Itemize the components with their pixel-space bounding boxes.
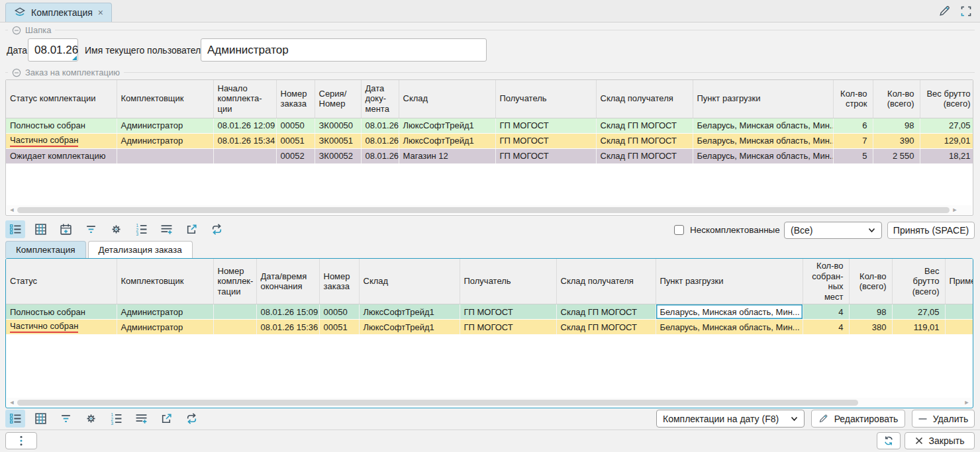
cell[interactable]: [213, 320, 256, 335]
close-button[interactable]: Закрыть: [905, 432, 975, 449]
cell[interactable]: 08.01.26 15:09: [256, 304, 319, 320]
settings-gear-button[interactable]: [106, 220, 126, 238]
cell[interactable]: 08.01.26 12:09: [213, 118, 276, 133]
column-header[interactable]: Примечание: [945, 259, 973, 304]
column-header[interactable]: Вес брутто (всего): [892, 259, 945, 304]
cell[interactable]: 00050: [276, 118, 315, 133]
column-header[interactable]: Начало комплекта-ции: [213, 80, 276, 118]
cell[interactable]: Склад ГП МОГОСТ: [596, 133, 693, 148]
list-view-button[interactable]: [5, 220, 25, 238]
cell[interactable]: Администратор: [117, 133, 213, 148]
cell[interactable]: 4: [803, 320, 849, 335]
cell[interactable]: Беларусь, Минская область, Мин...: [656, 320, 803, 335]
open-external-button[interactable]: [181, 220, 201, 238]
cell[interactable]: 98: [873, 118, 920, 133]
settings-gear-button[interactable]: [81, 410, 101, 428]
column-header[interactable]: Кол-во (всего): [849, 259, 892, 304]
cell[interactable]: Склад ГП МОГОСТ: [596, 148, 693, 163]
column-header[interactable]: Получатель: [460, 259, 556, 304]
column-header[interactable]: Кол-во строк: [833, 80, 873, 118]
cell[interactable]: 7: [833, 133, 873, 148]
cell[interactable]: Беларусь, Минская область, Мин...: [693, 118, 833, 133]
table-row[interactable]: Частично собранАдминистратор08.01.26 15:…: [6, 133, 973, 148]
uncompleted-checkbox-label[interactable]: Нескомплектованные: [690, 225, 780, 235]
column-header[interactable]: Статус: [6, 259, 117, 304]
column-header[interactable]: Склад получателя: [556, 259, 656, 304]
cell[interactable]: Администратор: [117, 320, 213, 335]
add-row-button[interactable]: [156, 220, 176, 238]
cell[interactable]: 119,01: [892, 320, 945, 335]
column-header[interactable]: Пункт разгрузки: [656, 259, 803, 304]
cell[interactable]: 390: [873, 133, 920, 148]
column-header[interactable]: Статус комплектации: [6, 80, 117, 118]
uncompleted-checkbox[interactable]: [674, 225, 684, 235]
cell[interactable]: ЛюксСофтТрейд1: [399, 118, 495, 133]
cell[interactable]: ЛюксСофтТрейд1: [359, 320, 460, 335]
column-header[interactable]: Склад: [399, 80, 495, 118]
open-external-button[interactable]: [156, 410, 176, 428]
column-header[interactable]: Серия/ Номер: [315, 80, 361, 118]
cell[interactable]: ГП МОГОСТ: [460, 320, 556, 335]
date-input[interactable]: 08.01.26: [28, 38, 78, 62]
table-row[interactable]: Ожидает комплектацию00052ЗК0005208.01.26…: [6, 148, 973, 163]
mode-select[interactable]: Комплектации на дату (F8): [656, 410, 805, 428]
cell[interactable]: 00051: [319, 320, 359, 335]
grid-view-button[interactable]: [30, 410, 50, 428]
calendar-add-button[interactable]: [56, 220, 75, 238]
cell[interactable]: [945, 304, 973, 320]
cell[interactable]: [945, 320, 973, 335]
cell[interactable]: ГП МОГОСТ: [495, 133, 596, 148]
table-row[interactable]: Полностью собранАдминистратор08.01.26 12…: [6, 118, 973, 133]
document-tab-komplektacia[interactable]: Комплектация ×: [5, 3, 112, 22]
table-row[interactable]: Частично собранАдминистратор08.01.26 15:…: [6, 320, 973, 335]
cell[interactable]: Администратор: [117, 304, 213, 320]
list-view-button[interactable]: [5, 410, 25, 428]
numbered-list-button[interactable]: 123: [106, 410, 126, 428]
cell[interactable]: Полностью собран: [6, 118, 117, 133]
status-filter-select[interactable]: (Все): [784, 222, 882, 239]
column-header[interactable]: Номер заказа: [319, 259, 359, 304]
cell[interactable]: ГП МОГОСТ: [495, 148, 596, 163]
column-header[interactable]: Комплектовщик: [117, 80, 213, 118]
cell[interactable]: 5: [833, 148, 873, 163]
accept-button[interactable]: Принять (SPACE): [887, 222, 975, 239]
cell[interactable]: 4: [803, 304, 849, 320]
cell[interactable]: Склад ГП МОГОСТ: [556, 304, 656, 320]
cell[interactable]: ЛюксСофтТрейд1: [399, 133, 495, 148]
collapse-icon[interactable]: [12, 26, 21, 35]
column-header[interactable]: Дата доку- мента: [361, 80, 399, 118]
filter-button[interactable]: [56, 410, 75, 428]
column-header[interactable]: Получатель: [495, 80, 596, 118]
edit-pencil-icon[interactable]: [938, 5, 951, 17]
cell[interactable]: ЗК00052: [315, 148, 361, 163]
cell[interactable]: 08.01.26 15:36: [256, 320, 319, 335]
cell[interactable]: Склад ГП МОГОСТ: [596, 118, 693, 133]
cell[interactable]: 18,21: [920, 148, 973, 163]
tab-komplektacia[interactable]: Комплектация: [5, 241, 86, 258]
edit-button[interactable]: Редактировать: [811, 410, 905, 428]
cell[interactable]: ЗК00050: [315, 118, 361, 133]
grid-view-button[interactable]: [30, 220, 50, 238]
more-options-button[interactable]: [5, 432, 37, 449]
cell[interactable]: 00051: [276, 133, 315, 148]
column-header[interactable]: Кол-во (всего): [873, 80, 920, 118]
cell[interactable]: ГП МОГОСТ: [495, 118, 596, 133]
collapse-icon[interactable]: [12, 68, 21, 77]
cell[interactable]: 08.01.26: [361, 118, 399, 133]
horizontal-scrollbar[interactable]: ◄ ►: [7, 205, 972, 214]
cell[interactable]: Частично собран: [6, 133, 117, 148]
cell[interactable]: [213, 304, 256, 320]
cell[interactable]: Магазин 12: [399, 148, 495, 163]
horizontal-scrollbar[interactable]: ◄ ►: [7, 398, 972, 407]
scroll-right-icon[interactable]: ►: [950, 205, 960, 214]
cell[interactable]: 6: [833, 118, 873, 133]
scroll-left-icon[interactable]: ◄: [7, 205, 17, 214]
scroll-left-icon[interactable]: ◄: [7, 398, 17, 407]
column-header[interactable]: Номер заказа: [276, 80, 315, 118]
scroll-right-icon[interactable]: ►: [961, 398, 972, 407]
cell[interactable]: Полностью собран: [6, 304, 117, 320]
cell[interactable]: [117, 148, 213, 163]
scrollbar-thumb[interactable]: [17, 207, 950, 213]
scrollbar-thumb[interactable]: [17, 400, 858, 406]
cell[interactable]: Склад ГП МОГОСТ: [556, 320, 656, 335]
